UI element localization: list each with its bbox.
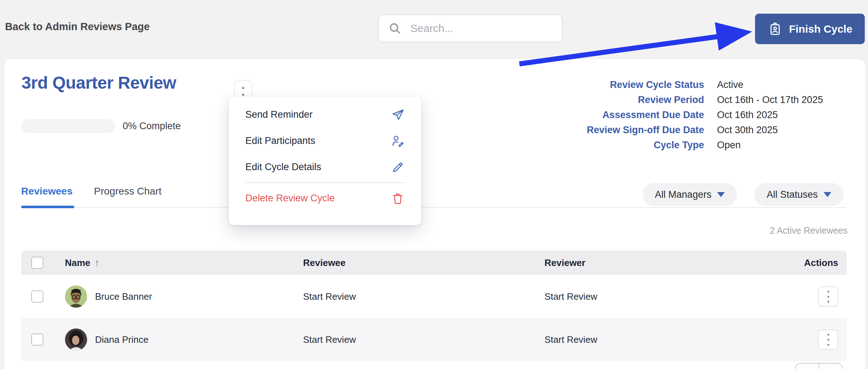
menu-item-send-reminder[interactable]: Send Reminder <box>229 102 421 128</box>
chevron-down-icon <box>717 192 725 197</box>
person-edit-icon <box>391 134 405 148</box>
table-row: Bruce Banner Start Review Start Review <box>21 275 847 318</box>
search-icon <box>388 22 410 35</box>
all-statuses-filter[interactable]: All Statuses <box>754 183 844 206</box>
active-tab-indicator <box>21 206 74 208</box>
menu-item-label: Delete Review Cycle <box>245 193 335 204</box>
detail-value: Oct 16th - Oct 17th 2025 <box>717 92 868 107</box>
paper-plane-icon <box>391 108 405 122</box>
menu-item-label: Edit Participants <box>245 135 315 146</box>
avatar <box>65 328 87 351</box>
page-title: 3rd Quarter Review <box>22 73 176 93</box>
detail-label: Cycle Type <box>503 137 704 153</box>
detail-value: Active <box>717 77 868 92</box>
column-header-name[interactable]: Name <box>65 257 90 268</box>
column-header-reviewer: Reviewer <box>544 257 760 268</box>
menu-item-label: Edit Cycle Details <box>245 162 321 173</box>
tabs-divider <box>21 207 847 208</box>
avatar <box>65 285 87 308</box>
menu-item-label: Send Reminder <box>245 109 313 120</box>
back-to-admin-reviews-link[interactable]: Back to Admin Reviews Page <box>5 21 150 33</box>
menu-item-edit-cycle-details[interactable]: Edit Cycle Details <box>229 154 421 180</box>
reviewer-review-status[interactable]: Start Review <box>544 291 760 302</box>
menu-divider <box>244 182 406 183</box>
reviewee-review-status[interactable]: Start Review <box>303 334 544 345</box>
select-all-checkbox[interactable] <box>31 257 43 269</box>
detail-label: Review Sign-off Due Date <box>503 122 704 137</box>
pagination-previous-button[interactable] <box>796 364 819 369</box>
pencil-icon <box>391 160 405 174</box>
all-statuses-filter-label: All Statuses <box>766 189 818 200</box>
progress-bar <box>22 119 115 133</box>
top-bar: Back to Admin Reviews Page Finish Cycle <box>0 0 868 59</box>
pagination-next-button[interactable] <box>819 364 842 369</box>
menu-item-delete-review-cycle[interactable]: Delete Review Cycle <box>229 185 421 211</box>
detail-value: Open <box>717 137 868 153</box>
search-box[interactable] <box>378 14 563 42</box>
detail-label: Review Cycle Status <box>503 77 704 92</box>
detail-label: Review Period <box>503 92 704 107</box>
trash-icon <box>391 192 405 205</box>
filters: All Managers All Statuses <box>643 183 844 206</box>
search-input[interactable] <box>410 22 553 34</box>
tab-reviewees[interactable]: Reviewees <box>21 186 72 197</box>
row-checkbox[interactable] <box>31 333 43 346</box>
detail-value: Oct 16th 2025 <box>717 107 868 122</box>
table-row: Diana Prince Start Review Start Review <box>21 318 847 361</box>
detail-value: Oct 30th 2025 <box>717 122 868 137</box>
tab-progress-chart[interactable]: Progress Chart <box>94 186 161 197</box>
all-managers-filter[interactable]: All Managers <box>643 183 737 206</box>
reviewee-review-status[interactable]: Start Review <box>303 291 544 302</box>
active-reviewees-count: 2 Active Reviewees <box>770 225 848 236</box>
reviewee-name: Diana Prince <box>95 334 148 345</box>
column-header-actions: Actions <box>760 257 847 268</box>
all-managers-filter-label: All Managers <box>655 189 712 200</box>
column-header-reviewee: Reviewee <box>303 257 544 268</box>
sort-ascending-icon[interactable]: ↑ <box>95 257 100 268</box>
row-actions-kebab-button[interactable] <box>818 286 838 307</box>
chevron-down-icon <box>824 192 831 197</box>
detail-label: Assessment Due Date <box>503 107 704 122</box>
progress-label: 0% Complete <box>123 119 181 133</box>
clipboard-person-icon <box>768 22 783 37</box>
cycle-details: Review Cycle Status Active Review Period… <box>503 77 868 153</box>
table-header-row: Name ↑ Reviewee Reviewer Actions <box>21 251 847 275</box>
row-checkbox[interactable] <box>31 290 43 303</box>
pagination-control <box>795 363 843 369</box>
review-cycle-panel: 3rd Quarter Review 0% Complete Send Remi… <box>4 59 865 369</box>
finish-cycle-button[interactable]: Finish Cycle <box>755 14 865 44</box>
menu-item-edit-participants[interactable]: Edit Participants <box>229 128 421 154</box>
reviewees-table: Name ↑ Reviewee Reviewer Actions <box>21 251 847 361</box>
row-actions-kebab-button[interactable] <box>818 330 838 350</box>
reviewer-review-status[interactable]: Start Review <box>544 334 760 345</box>
finish-cycle-button-label: Finish Cycle <box>789 23 853 35</box>
reviewee-name: Bruce Banner <box>95 291 152 302</box>
cycle-actions-menu: Send Reminder Edit Participants Edit Cyc… <box>229 97 421 225</box>
